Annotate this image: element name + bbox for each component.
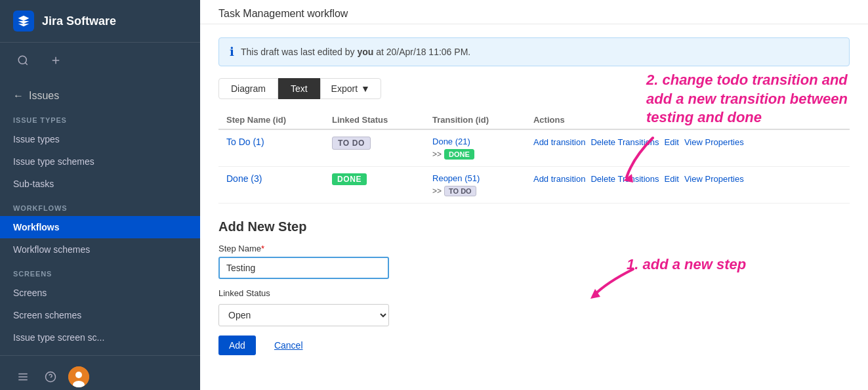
sidebar-item-sub-tasks[interactable]: Sub-tasks — [0, 173, 200, 195]
search-button[interactable] — [13, 51, 33, 70]
help-icon[interactable] — [41, 367, 60, 387]
app-logo — [13, 11, 34, 32]
actions-cell: Add transitionDelete TransitionsEditView… — [526, 129, 850, 167]
main-wrapper: Task Management workflow ℹ This draft wa… — [200, 0, 868, 390]
transition-arrow: >>TO DO — [432, 186, 518, 196]
step-name-cell: To Do (1) — [218, 129, 324, 167]
step-name-cell: Done (3) — [218, 167, 324, 204]
sidebar-item-issue-type-screen[interactable]: Issue type screen sc... — [0, 326, 200, 349]
menu-icon[interactable] — [13, 367, 33, 387]
transition-status-badge: TO DO — [444, 186, 476, 196]
linked-status-select[interactable]: Open In Progress Done — [218, 304, 389, 326]
linked-status-cell: TO DO — [324, 129, 424, 167]
action-link[interactable]: Delete Transitions — [590, 174, 659, 184]
table-row: Done (3)DONEReopen (51)>>TO DOAdd transi… — [218, 167, 850, 204]
main-body: ℹ This draft was last edited by you at 2… — [200, 24, 868, 390]
action-link[interactable]: View Properties — [684, 137, 744, 147]
add-button[interactable] — [46, 51, 66, 70]
info-icon: ℹ — [230, 45, 234, 59]
linked-status-label: Linked Status — [218, 288, 850, 298]
sidebar-bottom — [0, 355, 200, 390]
transition-link[interactable]: Reopen (51) — [432, 173, 518, 183]
step-name-label: Step Name* — [218, 244, 850, 253]
action-link[interactable]: Add transition — [533, 137, 586, 147]
tab-bar: Diagram Text Export ▼ — [218, 78, 850, 99]
action-link[interactable]: Add transition — [533, 174, 586, 184]
add-step-title: Add New Step — [218, 219, 850, 234]
main-header: Task Management workflow — [200, 0, 868, 24]
avatar[interactable] — [68, 366, 89, 387]
nav-back-label: Issues — [29, 90, 59, 102]
linked-status-group: Linked Status Open In Progress Done — [218, 288, 850, 326]
transition-status-badge: DONE — [444, 149, 474, 160]
svg-point-10 — [75, 372, 82, 378]
col-transition-id: Transition (id) — [424, 111, 526, 129]
section-workflows: WORKFLOWS — [0, 195, 200, 216]
svg-line-1 — [25, 62, 27, 64]
sidebar: Jira Software ← Issues ISSUE TYPES Issue… — [0, 0, 200, 390]
transition-cell: Done (21)>>DONE — [424, 129, 526, 167]
svg-point-0 — [18, 56, 26, 64]
sidebar-item-workflow-schemes[interactable]: Workflow schemes — [0, 238, 200, 261]
action-link[interactable]: Delete Transitions — [590, 137, 659, 147]
chevron-down-icon: ▼ — [361, 83, 370, 94]
info-bar: ℹ This draft was last edited by you at 2… — [218, 37, 850, 66]
back-arrow-icon: ← — [13, 90, 24, 102]
actions-cell: Add transitionDelete TransitionsEditView… — [526, 167, 850, 204]
main-content: Task Management workflow ℹ This draft wa… — [200, 0, 868, 390]
step-name-link[interactable]: To Do (1) — [226, 137, 264, 147]
section-issue-types: ISSUE TYPES — [0, 107, 200, 128]
app-title: Jira Software — [42, 14, 116, 28]
action-link[interactable]: Edit — [665, 174, 679, 184]
status-badge: TO DO — [332, 137, 371, 150]
form-actions: Add Cancel — [218, 336, 850, 355]
step-name-group: Step Name* — [218, 244, 850, 279]
col-actions: Actions — [526, 111, 850, 129]
action-link[interactable]: Edit — [665, 137, 679, 147]
sidebar-item-workflows[interactable]: Workflows — [0, 216, 200, 238]
page-title: Task Management workflow — [218, 8, 348, 19]
sidebar-item-issue-type-schemes[interactable]: Issue type schemes — [0, 150, 200, 173]
nav-back[interactable]: ← Issues — [0, 85, 200, 107]
tab-diagram[interactable]: Diagram — [218, 78, 278, 99]
sidebar-item-screen-schemes[interactable]: Screen schemes — [0, 304, 200, 326]
col-linked-status: Linked Status — [324, 111, 424, 129]
status-badge: DONE — [332, 173, 367, 185]
section-screens: SCREENS — [0, 261, 200, 282]
tab-export[interactable]: Export ▼ — [320, 78, 381, 99]
transition-arrow: >>DONE — [432, 149, 518, 160]
required-marker: * — [261, 244, 264, 253]
info-text: This draft was last edited by you at 20/… — [241, 47, 470, 57]
linked-status-cell: DONE — [324, 167, 424, 204]
step-name-input[interactable] — [218, 257, 389, 279]
sidebar-item-issue-types[interactable]: Issue types — [0, 128, 200, 150]
add-step-section: Add New Step Step Name* Linked Status Op… — [218, 219, 850, 355]
sidebar-header: Jira Software — [0, 0, 200, 43]
transition-cell: Reopen (51)>>TO DO — [424, 167, 526, 204]
sidebar-item-screens[interactable]: Screens — [0, 282, 200, 304]
sidebar-nav: ← Issues ISSUE TYPES Issue types Issue t… — [0, 78, 200, 355]
col-step-name: Step Name (id) — [218, 111, 324, 129]
workflow-table: Step Name (id) Linked Status Transition … — [218, 111, 850, 204]
tab-text[interactable]: Text — [278, 78, 320, 99]
transition-link[interactable]: Done (21) — [432, 137, 518, 146]
step-name-link[interactable]: Done (3) — [226, 173, 262, 184]
action-link[interactable]: View Properties — [684, 174, 744, 184]
add-button-submit[interactable]: Add — [218, 336, 256, 355]
table-row: To Do (1)TO DODone (21)>>DONEAdd transit… — [218, 129, 850, 167]
cancel-button[interactable]: Cancel — [264, 336, 314, 355]
